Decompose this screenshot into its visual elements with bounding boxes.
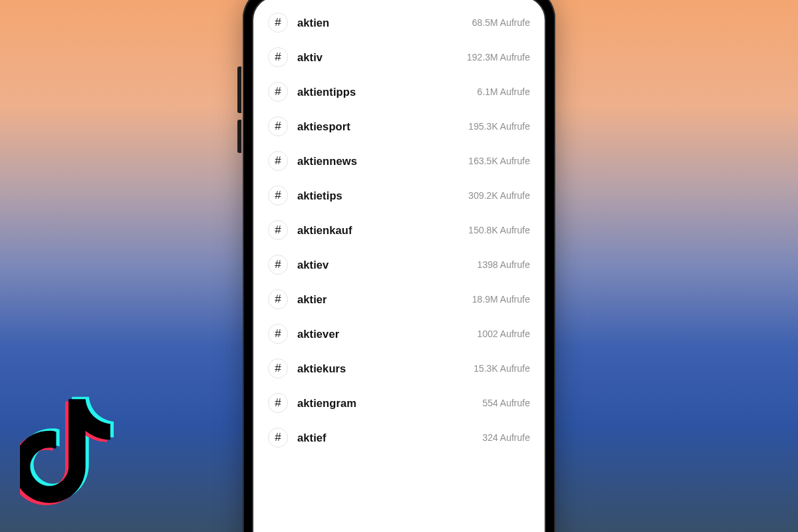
hashtag-views: 68.5M Aufrufe (472, 17, 530, 28)
hashtag-icon: # (268, 47, 288, 67)
hashtag-row[interactable]: #aktiekurs15.3K Aufrufe (253, 351, 545, 386)
hashtag-row[interactable]: #aktiesport195.3K Aufrufe (253, 109, 545, 144)
android-navbar (253, 523, 545, 532)
hashtag-icon: # (268, 428, 288, 448)
hashtag-views: 150.8K Aufrufe (468, 225, 530, 235)
hashtag-row[interactable]: #aktienkauf150.8K Aufrufe (253, 213, 545, 247)
hashtag-name: aktier (297, 293, 463, 306)
hashtag-name: aktiesport (297, 120, 459, 133)
hashtag-row[interactable]: #aktietips309.2K Aufrufe (253, 178, 545, 213)
phone-frame: #aktien68.5M Aufrufe#aktiv192.3M Aufrufe… (243, 0, 555, 532)
hashtag-views: 18.9M Aufrufe (472, 294, 530, 305)
hashtag-icon: # (268, 289, 288, 309)
hashtag-icon: # (268, 358, 288, 378)
hashtag-views: 309.2K Aufrufe (468, 190, 530, 201)
hashtag-icon: # (268, 151, 288, 171)
hashtag-views: 1398 Aufrufe (477, 259, 530, 270)
hashtag-row[interactable]: #aktiengram554 Aufrufe (253, 386, 545, 420)
hashtag-name: aktiennews (297, 155, 459, 168)
hashtag-icon: # (268, 255, 288, 275)
hashtag-name: aktief (297, 432, 473, 444)
hashtag-name: aktien (297, 17, 463, 29)
hashtag-icon: # (268, 393, 288, 413)
hashtag-views: 324 Aufrufe (482, 432, 530, 443)
hashtag-name: aktiengram (297, 397, 473, 410)
hashtag-icon: # (268, 324, 288, 344)
hashtag-name: aktiv (297, 51, 458, 64)
hashtag-views: 163.5K Aufrufe (468, 156, 530, 166)
hashtag-name: aktietips (297, 190, 459, 202)
hashtag-row[interactable]: #aktier18.9M Aufrufe (253, 282, 545, 317)
hashtag-views: 192.3M Aufrufe (467, 52, 530, 63)
hashtag-views: 195.3K Aufrufe (468, 121, 530, 132)
tiktok-logo (20, 392, 133, 519)
hashtag-row[interactable]: #aktief324 Aufrufe (253, 420, 545, 455)
hashtag-row[interactable]: #aktiv192.3M Aufrufe (253, 40, 545, 74)
hashtag-name: aktiekurs (297, 362, 464, 375)
hashtag-icon: # (268, 186, 288, 205)
hashtag-row[interactable]: #aktiennews163.5K Aufrufe (253, 144, 545, 178)
hashtag-views: 1002 Aufrufe (477, 329, 530, 339)
hashtag-views: 6.1M Aufrufe (477, 86, 530, 97)
hashtag-search-results: #aktien68.5M Aufrufe#aktiv192.3M Aufrufe… (253, 0, 545, 523)
hashtag-icon: # (268, 82, 288, 102)
hashtag-icon: # (268, 220, 288, 240)
hashtag-name: aktiev (297, 259, 468, 271)
hashtag-icon: # (268, 13, 288, 33)
hashtag-views: 554 Aufrufe (482, 398, 530, 408)
hashtag-name: aktienkauf (297, 224, 459, 237)
hashtag-name: aktientipps (297, 86, 468, 98)
hashtag-row[interactable]: #aktiever1002 Aufrufe (253, 317, 545, 351)
hashtag-row[interactable]: #aktien68.5M Aufrufe (253, 5, 545, 40)
phone-screen: #aktien68.5M Aufrufe#aktiv192.3M Aufrufe… (252, 0, 546, 532)
hashtag-row[interactable]: #aktiev1398 Aufrufe (253, 247, 545, 282)
hashtag-icon: # (268, 116, 288, 136)
hashtag-name: aktiever (297, 328, 468, 340)
hashtag-views: 15.3K Aufrufe (473, 363, 530, 374)
hashtag-row[interactable]: #aktientipps6.1M Aufrufe (253, 74, 545, 109)
